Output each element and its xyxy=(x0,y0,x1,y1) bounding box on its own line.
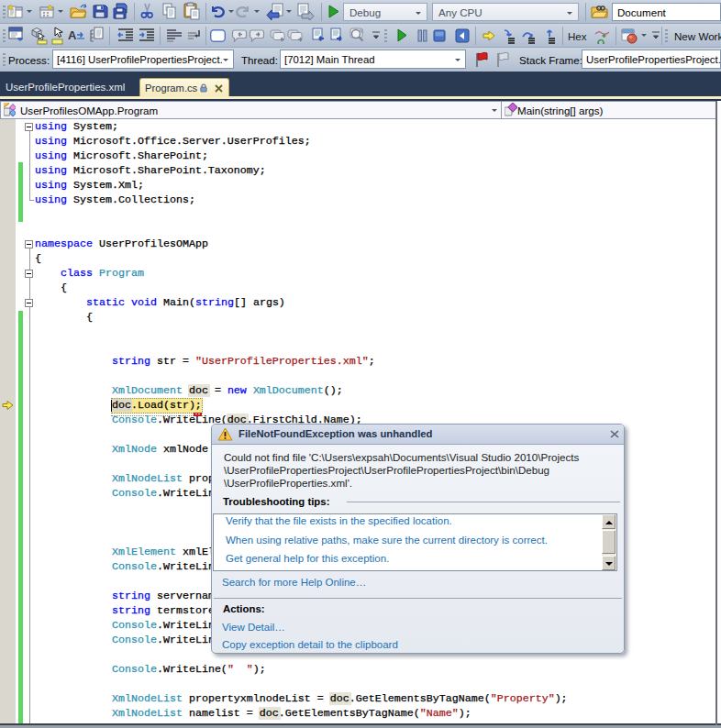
svg-text:A: A xyxy=(68,28,77,42)
